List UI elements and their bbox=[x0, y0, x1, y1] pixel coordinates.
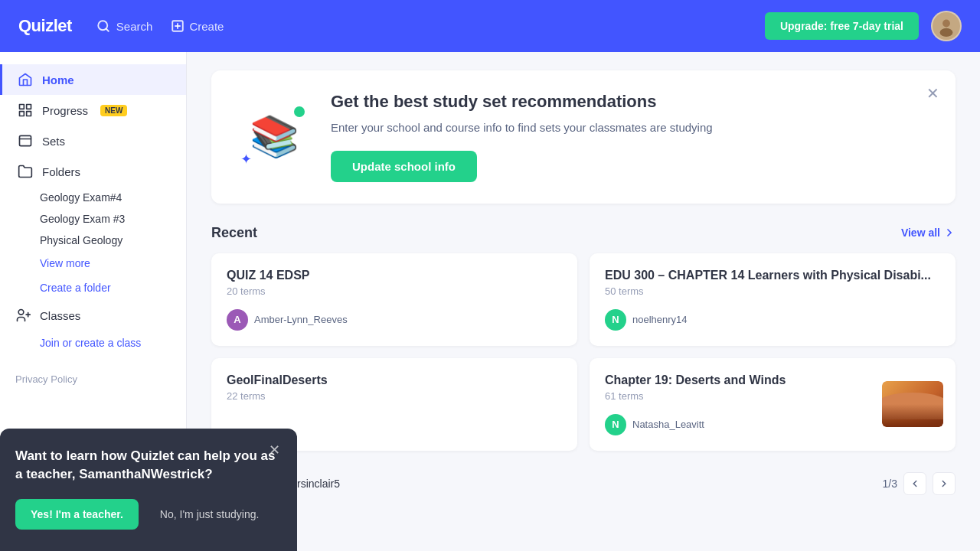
desert-thumbnail bbox=[882, 381, 943, 427]
header: Quizlet Search Create Upgrade: free 7-da… bbox=[0, 0, 980, 52]
card-author: A Amber-Lynn_Reeves bbox=[227, 309, 562, 331]
card-title: GeolFinalDeserts bbox=[227, 373, 562, 387]
close-teacher-popup-button[interactable]: ✕ bbox=[263, 439, 285, 461]
progress-icon bbox=[18, 103, 33, 118]
chevron-right-icon bbox=[939, 478, 949, 489]
recent-cards-grid: QUIZ 14 EDSP 20 terms A Amber-Lynn_Reeve… bbox=[211, 253, 956, 451]
pagination-next-button[interactable] bbox=[933, 472, 956, 495]
sidebar-folder-physical[interactable]: Physical Geology bbox=[0, 230, 186, 251]
studied-section-header: ...ied sets by taylorsinclair5 1/3 bbox=[211, 472, 956, 495]
header-nav: Search Create bbox=[96, 19, 740, 33]
sidebar-item-sets[interactable]: Sets bbox=[0, 126, 186, 156]
svg-rect-9 bbox=[27, 105, 31, 109]
sidebar-sets-label: Sets bbox=[42, 135, 65, 148]
pagination-info: 1/3 bbox=[883, 478, 897, 490]
chevron-right-icon bbox=[943, 227, 956, 239]
recommendation-banner: 📚 ✦ Get the best study set recommendatio… bbox=[211, 70, 956, 204]
sidebar-item-classes[interactable]: Classes bbox=[0, 300, 186, 331]
card-deserts-winds[interactable]: Chapter 19: Deserts and Winds 61 terms N… bbox=[590, 358, 956, 451]
pagination-prev-button[interactable] bbox=[903, 472, 926, 495]
update-school-button[interactable]: Update school info bbox=[331, 151, 477, 182]
card-terms: 22 terms bbox=[227, 390, 562, 402]
sidebar-join-class[interactable]: Join or create a class bbox=[0, 331, 186, 355]
folders-icon bbox=[18, 164, 33, 179]
sidebar-folder-geology4[interactable]: Geology Exam#4 bbox=[0, 187, 186, 208]
sidebar-view-more[interactable]: View more bbox=[0, 251, 186, 276]
author-avatar: A bbox=[227, 309, 248, 331]
search-icon bbox=[96, 19, 110, 33]
banner-desc: Enter your school and course info to fin… bbox=[331, 119, 931, 137]
search-button[interactable]: Search bbox=[96, 19, 153, 33]
svg-line-1 bbox=[106, 28, 108, 31]
sidebar-item-home[interactable]: Home bbox=[0, 64, 186, 95]
new-badge: NEW bbox=[100, 105, 127, 116]
create-button[interactable]: Create bbox=[171, 19, 224, 33]
teacher-no-button[interactable]: No, I'm just studying. bbox=[148, 499, 272, 530]
svg-point-6 bbox=[942, 20, 950, 28]
svg-rect-10 bbox=[20, 112, 24, 116]
card-edu300[interactable]: EDU 300 – CHAPTER 14 Learners with Physi… bbox=[590, 253, 956, 346]
pagination-controls: 1/3 bbox=[883, 472, 956, 495]
sidebar-folders-label: Folders bbox=[42, 165, 80, 178]
author-avatar: N bbox=[605, 414, 626, 435]
card-quiz14edsp[interactable]: QUIZ 14 EDSP 20 terms A Amber-Lynn_Reeve… bbox=[211, 253, 577, 346]
svg-rect-12 bbox=[20, 135, 31, 145]
recent-section-title: Recent bbox=[211, 225, 257, 241]
header-right: Upgrade: free 7-day trial bbox=[765, 11, 962, 41]
banner-illustration: 📚 ✦ bbox=[236, 99, 312, 175]
home-icon bbox=[18, 72, 33, 87]
teacher-yes-button[interactable]: Yes! I'm a teacher. bbox=[15, 499, 139, 530]
search-label: Search bbox=[116, 20, 153, 33]
svg-rect-8 bbox=[20, 105, 24, 109]
banner-star: ✦ bbox=[240, 151, 252, 168]
main-content: 📚 ✦ Get the best study set recommendatio… bbox=[187, 52, 980, 551]
classes-icon bbox=[15, 308, 31, 323]
books-icon: 📚 bbox=[250, 113, 299, 160]
close-banner-button[interactable]: ✕ bbox=[922, 83, 943, 104]
sidebar-item-folders[interactable]: Folders bbox=[0, 156, 186, 187]
sets-icon bbox=[18, 133, 33, 148]
create-icon bbox=[171, 19, 185, 33]
teacher-popup-text: Want to learn how Quizlet can help you a… bbox=[15, 447, 282, 484]
card-title: EDU 300 – CHAPTER 14 Learners with Physi… bbox=[605, 269, 940, 282]
avatar[interactable] bbox=[931, 11, 962, 41]
sidebar-item-progress[interactable]: Progress NEW bbox=[0, 95, 186, 126]
sidebar-privacy-policy[interactable]: Privacy Policy bbox=[0, 361, 186, 397]
banner-title: Get the best study set recommendations bbox=[331, 92, 931, 112]
logo[interactable]: Quizlet bbox=[18, 16, 72, 36]
sidebar-home-label: Home bbox=[42, 73, 74, 86]
upgrade-button[interactable]: Upgrade: free 7-day trial bbox=[765, 12, 919, 40]
banner-content: Get the best study set recommendations E… bbox=[331, 92, 931, 182]
avatar-image bbox=[936, 15, 957, 37]
sidebar-create-folder[interactable]: Create a folder bbox=[0, 276, 186, 300]
card-title: QUIZ 14 EDSP bbox=[227, 269, 562, 282]
sidebar-classes-label: Classes bbox=[40, 309, 80, 322]
svg-point-7 bbox=[940, 28, 953, 37]
view-all-button[interactable]: View all bbox=[901, 227, 956, 239]
card-terms: 50 terms bbox=[605, 285, 940, 297]
card-terms: 20 terms bbox=[227, 285, 562, 297]
sidebar-folder-geology3[interactable]: Geology Exam #3 bbox=[0, 208, 186, 230]
author-avatar: N bbox=[605, 309, 626, 331]
teacher-popup: ✕ Want to learn how Quizlet can help you… bbox=[0, 429, 297, 551]
card-title: Chapter 19: Deserts and Winds bbox=[605, 373, 864, 387]
teacher-popup-actions: Yes! I'm a teacher. No, I'm just studyin… bbox=[15, 499, 282, 530]
svg-point-14 bbox=[18, 310, 24, 315]
svg-rect-11 bbox=[27, 112, 31, 116]
create-label: Create bbox=[189, 20, 224, 33]
banner-dot bbox=[294, 106, 305, 117]
recent-section-header: Recent View all bbox=[211, 225, 956, 241]
chevron-left-icon bbox=[910, 478, 920, 489]
sidebar-progress-label: Progress bbox=[42, 104, 88, 117]
card-author: N noelhenry14 bbox=[605, 309, 940, 331]
